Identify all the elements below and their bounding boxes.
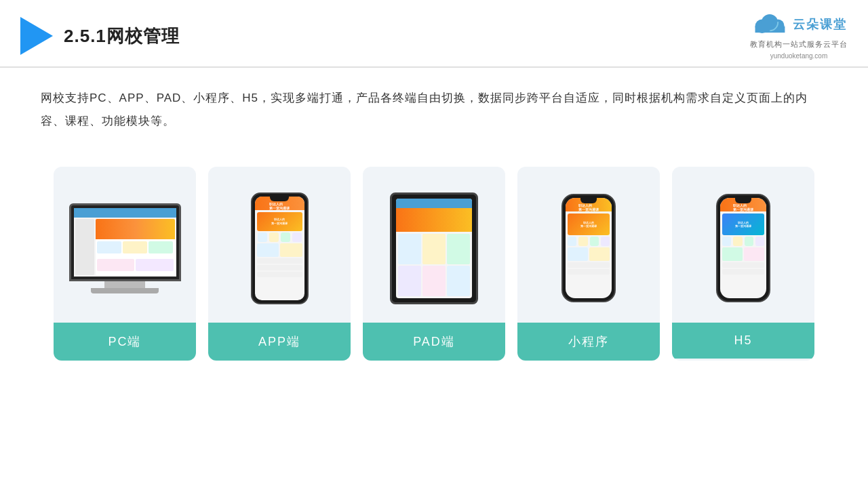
cloud-logo: 云朵课堂 xyxy=(751,12,847,37)
tablet-mockup xyxy=(390,192,478,304)
brand-tagline: 教育机构一站式服务云平台 xyxy=(750,39,848,49)
card-app-label: APP端 xyxy=(208,323,351,361)
card-miniprogram-label: 小程序 xyxy=(517,323,660,361)
cards-container: PC端 职达人的第一堂沟通课 职达人的第一堂沟通课 xyxy=(0,146,868,381)
card-pad-image xyxy=(363,180,505,316)
phone-mockup-app: 职达人的第一堂沟通课 职达人的第一堂沟通课 xyxy=(251,192,309,304)
logo-triangle-icon xyxy=(20,17,53,55)
header: 2.5.1网校管理 云朵课堂 教育机构一站式服务云平台 yunduoketang… xyxy=(0,0,868,68)
brand-name: 云朵课堂 xyxy=(793,16,847,33)
cloud-icon xyxy=(751,12,789,37)
card-pad: PAD端 xyxy=(363,167,505,361)
card-miniprogram-image: 职达人的第一堂沟通课 职达人的第一堂沟通课 xyxy=(517,180,660,316)
phone-mockup-h5: 职达人的第一堂沟通课 职达人的第一堂沟通课 xyxy=(716,194,770,302)
brand-area: 云朵课堂 教育机构一站式服务云平台 yunduoketang.com xyxy=(750,12,848,60)
card-h5-image: 职达人的第一堂沟通课 职达人的第一堂沟通课 xyxy=(672,180,814,316)
card-h5-label: H5 xyxy=(672,323,814,359)
pc-mockup xyxy=(69,203,181,293)
brand-url: yunduoketang.com xyxy=(770,52,828,60)
card-pc-label: PC端 xyxy=(54,323,196,361)
header-left: 2.5.1网校管理 xyxy=(20,17,180,55)
card-h5: 职达人的第一堂沟通课 职达人的第一堂沟通课 xyxy=(672,167,814,361)
card-pc: PC端 xyxy=(54,167,196,361)
card-miniprogram: 职达人的第一堂沟通课 职达人的第一堂沟通课 xyxy=(517,167,660,361)
card-app-image: 职达人的第一堂沟通课 职达人的第一堂沟通课 xyxy=(208,180,351,316)
phone-mockup-mini: 职达人的第一堂沟通课 职达人的第一堂沟通课 xyxy=(561,194,616,302)
card-app: 职达人的第一堂沟通课 职达人的第一堂沟通课 xyxy=(208,167,351,361)
card-pad-label: PAD端 xyxy=(363,323,505,361)
svg-rect-3 xyxy=(755,26,785,33)
card-pc-image xyxy=(54,180,196,316)
pc-screen xyxy=(69,203,181,281)
page-title: 2.5.1网校管理 xyxy=(64,24,180,48)
description-text: 网校支持PC、APP、PAD、小程序、H5，实现多端打通，产品各终端自由切换，数… xyxy=(0,68,868,140)
